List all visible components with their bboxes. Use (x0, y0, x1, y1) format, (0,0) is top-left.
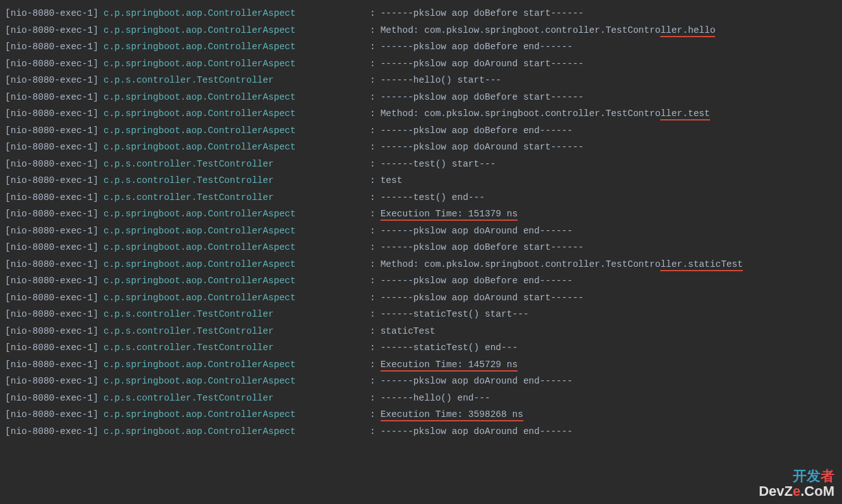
log-message-prefix: Method: com.pkslow.springboot.controller… (381, 108, 661, 119)
highlighted-text: Execution Time: 151379 ns (381, 209, 518, 221)
log-line: [nio-8080-exec-1]c.p.springboot.aop.Cont… (0, 122, 842, 139)
watermark-text: 开发 (793, 468, 821, 484)
thread-name: [nio-8080-exec-1] (5, 356, 98, 373)
thread-name: [nio-8080-exec-1] (5, 273, 98, 290)
separator: : (370, 5, 376, 22)
thread-name: [nio-8080-exec-1] (5, 323, 98, 340)
separator: : (370, 339, 376, 356)
thread-name: [nio-8080-exec-1] (5, 306, 98, 323)
log-message-prefix: Method: com.pkslow.springboot.controller… (381, 25, 661, 35)
log-message: staticTest (376, 323, 436, 340)
thread-name: [nio-8080-exec-1] (5, 122, 98, 139)
log-message: ------pkslow aop doBefore start------ (376, 5, 584, 22)
separator: : (370, 189, 376, 206)
watermark-text: .CoM (800, 483, 834, 499)
log-message: Method: com.pkslow.springboot.controller… (376, 256, 743, 273)
logger-name: c.p.s.controller.TestController (98, 323, 370, 340)
logger-name: c.p.springboot.aop.ControllerAspect (98, 223, 370, 240)
thread-name: [nio-8080-exec-1] (5, 56, 98, 73)
watermark-logo: 开发者 DevZe.CoM (759, 469, 834, 499)
thread-name: [nio-8080-exec-1] (5, 373, 98, 390)
log-message: Execution Time: 145729 ns (376, 356, 518, 373)
separator: : (370, 273, 376, 290)
logger-name: c.p.springboot.aop.ControllerAspect (98, 105, 370, 122)
watermark-text-accent: e (793, 483, 800, 499)
log-line: [nio-8080-exec-1]c.p.s.controller.TestCo… (0, 172, 842, 189)
thread-name: [nio-8080-exec-1] (5, 38, 98, 56)
log-message: Execution Time: 3598268 ns (376, 406, 523, 423)
log-message: ------test() end--- (376, 189, 485, 206)
thread-name: [nio-8080-exec-1] (5, 223, 98, 240)
logger-name: c.p.springboot.aop.ControllerAspect (98, 273, 370, 290)
separator: : (370, 38, 376, 56)
log-message: ------pkslow aop doBefore start------ (376, 89, 584, 106)
logger-name: c.p.springboot.aop.ControllerAspect (98, 423, 370, 440)
logger-name: c.p.springboot.aop.ControllerAspect (98, 38, 370, 56)
separator: : (370, 239, 376, 256)
thread-name: [nio-8080-exec-1] (5, 156, 98, 173)
log-line: [nio-8080-exec-1]c.p.springboot.aop.Cont… (0, 423, 842, 440)
separator: : (370, 373, 376, 390)
logger-name: c.p.springboot.aop.ControllerAspect (98, 5, 370, 22)
log-line: [nio-8080-exec-1]c.p.springboot.aop.Cont… (0, 356, 842, 373)
separator: : (370, 22, 376, 39)
separator: : (370, 89, 376, 106)
log-message: ------pkslow aop doAround end------ (376, 423, 573, 440)
log-output: [nio-8080-exec-1]c.p.springboot.aop.Cont… (0, 5, 842, 440)
thread-name: [nio-8080-exec-1] (5, 206, 98, 223)
thread-name: [nio-8080-exec-1] (5, 22, 98, 39)
logger-name: c.p.springboot.aop.ControllerAspect (98, 56, 370, 73)
thread-name: [nio-8080-exec-1] (5, 239, 98, 256)
thread-name: [nio-8080-exec-1] (5, 72, 98, 89)
separator: : (370, 105, 376, 122)
log-line: [nio-8080-exec-1]c.p.springboot.aop.Cont… (0, 206, 842, 223)
logger-name: c.p.springboot.aop.ControllerAspect (98, 290, 370, 307)
separator: : (370, 406, 376, 423)
log-message: ------pkslow aop doBefore end------ (376, 122, 573, 139)
log-message: Method: com.pkslow.springboot.controller… (376, 22, 716, 39)
watermark-bottom-line: DevZe.CoM (759, 484, 834, 499)
separator: : (370, 256, 376, 273)
logger-name: c.p.s.controller.TestController (98, 339, 370, 356)
watermark-text: DevZ (759, 483, 793, 499)
log-message: ------pkslow aop doAround end------ (376, 373, 573, 390)
highlighted-text: ller.test (660, 108, 709, 120)
logger-name: c.p.s.controller.TestController (98, 156, 370, 173)
log-line: [nio-8080-exec-1]c.p.s.controller.TestCo… (0, 390, 842, 407)
log-line: [nio-8080-exec-1]c.p.springboot.aop.Cont… (0, 22, 842, 39)
log-message: ------pkslow aop doBefore end------ (376, 38, 573, 56)
separator: : (370, 323, 376, 340)
separator: : (370, 56, 376, 73)
logger-name: c.p.springboot.aop.ControllerAspect (98, 239, 370, 256)
thread-name: [nio-8080-exec-1] (5, 172, 98, 189)
logger-name: c.p.springboot.aop.ControllerAspect (98, 406, 370, 423)
separator: : (370, 206, 376, 223)
log-line: [nio-8080-exec-1]c.p.springboot.aop.Cont… (0, 5, 842, 22)
log-line: [nio-8080-exec-1]c.p.springboot.aop.Cont… (0, 373, 842, 390)
logger-name: c.p.springboot.aop.ControllerAspect (98, 89, 370, 106)
thread-name: [nio-8080-exec-1] (5, 189, 98, 206)
logger-name: c.p.springboot.aop.ControllerAspect (98, 122, 370, 139)
log-message-prefix: Method: com.pkslow.springboot.controller… (381, 259, 661, 269)
log-message: ------hello() start--- (376, 72, 501, 89)
log-message: ------staticTest() end--- (376, 339, 518, 356)
log-message: ------staticTest() start--- (376, 306, 529, 323)
separator: : (370, 172, 376, 189)
log-line: [nio-8080-exec-1]c.p.springboot.aop.Cont… (0, 139, 842, 156)
logger-name: c.p.s.controller.TestController (98, 172, 370, 189)
logger-name: c.p.springboot.aop.ControllerAspect (98, 256, 370, 273)
log-line: [nio-8080-exec-1]c.p.s.controller.TestCo… (0, 72, 842, 89)
separator: : (370, 156, 376, 173)
log-message: ------hello() end--- (376, 390, 490, 407)
log-line: [nio-8080-exec-1]c.p.springboot.aop.Cont… (0, 256, 842, 273)
log-message: Execution Time: 151379 ns (376, 206, 518, 223)
log-line: [nio-8080-exec-1]c.p.springboot.aop.Cont… (0, 38, 842, 56)
thread-name: [nio-8080-exec-1] (5, 105, 98, 122)
thread-name: [nio-8080-exec-1] (5, 423, 98, 440)
logger-name: c.p.s.controller.TestController (98, 390, 370, 407)
log-message: test (376, 172, 403, 189)
separator: : (370, 139, 376, 156)
thread-name: [nio-8080-exec-1] (5, 406, 98, 423)
logger-name: c.p.s.controller.TestController (98, 306, 370, 323)
log-message: ------pkslow aop doBefore end------ (376, 273, 573, 290)
